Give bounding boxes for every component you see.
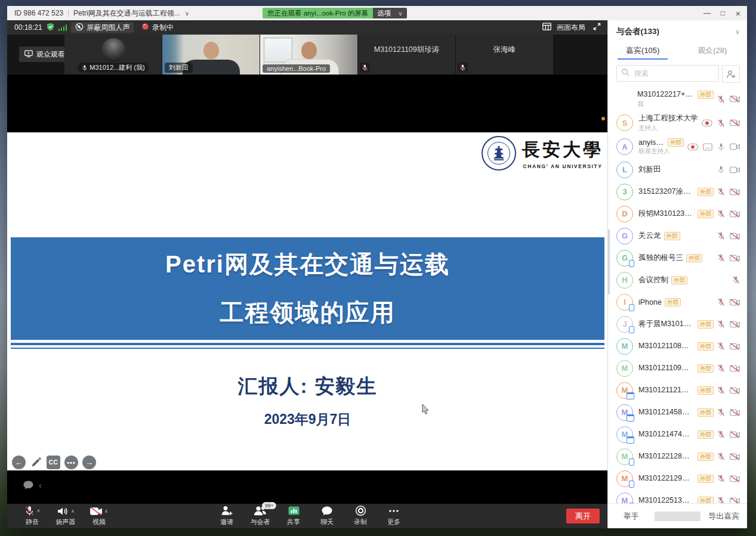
camera-muted-icon <box>730 475 740 482</box>
captions-button[interactable]: CC <box>47 456 60 469</box>
toolbar-item-label: 静音 <box>26 518 39 526</box>
slide-nav-controls: ← CC ••• → <box>12 456 96 469</box>
chevron-down-icon[interactable]: ∨ <box>185 10 189 17</box>
participant-row[interactable]: H会议控制外部 <box>608 269 747 291</box>
invite-toolbar-button[interactable]: 邀请 <box>210 504 243 528</box>
layout-grid-icon <box>542 23 551 32</box>
participant-list[interactable]: M310122217+陈建利外部我S上海工程技术大学主持人Aanyish...o… <box>608 87 747 503</box>
video-tile[interactable]: anyishen...Book-Pro <box>260 35 357 75</box>
participant-name: 孤独的根号三 <box>638 253 683 263</box>
participant-row[interactable]: Aanyish...ok-Pro外部联席主持人 <box>608 135 747 159</box>
participant-row[interactable]: G孤独的根号三外部 <box>608 247 747 269</box>
camera-muted-icon <box>730 365 740 372</box>
more-toolbar-button[interactable]: 更多 <box>377 504 411 528</box>
mic-muted-icon <box>717 253 725 262</box>
add-participant-button[interactable] <box>722 65 740 83</box>
participant-row[interactable]: MM310121121朱恒帆外部 <box>608 379 747 401</box>
external-badge: 外部 <box>671 276 687 284</box>
status-bar: 00:18:21 屏蔽周围人声 录制中 画面布局 <box>7 20 608 35</box>
participants-toolbar-button[interactable]: 99+与会者 <box>243 504 277 528</box>
record-toolbar-button[interactable]: 录制 <box>344 504 377 528</box>
mic-muted-icon <box>717 474 725 483</box>
toolbar-item-label: 共享 <box>287 518 300 526</box>
raise-hand-button[interactable]: 举手 <box>608 511 655 522</box>
avatar: M <box>616 492 633 504</box>
video-tile[interactable]: M310121109胡珍涛 <box>358 35 455 75</box>
phone-device-icon <box>629 481 634 488</box>
participant-row[interactable]: MM310122129方平坦外部 <box>608 467 747 489</box>
participant-row[interactable]: MM310122128高梦雪外部 <box>608 445 747 467</box>
speaker-toolbar-button[interactable]: ∧扬声器 <box>49 504 82 528</box>
avatar: M <box>616 448 633 465</box>
avatar <box>616 91 632 107</box>
chat-bubble-overlay[interactable]: ‹ <box>23 480 42 490</box>
participant-row[interactable]: MM310121474祝志远外部 <box>608 423 747 445</box>
meeting-id: ID 986 472 523 <box>14 9 63 17</box>
camera-muted-toolbar-button[interactable]: ∧视频 <box>82 504 116 528</box>
leave-meeting-button[interactable]: 离开 <box>566 509 600 523</box>
video-tile[interactable]: M31012...建利 (我) <box>64 35 162 75</box>
camera-muted-icon <box>730 233 740 240</box>
phone-device-icon <box>629 326 634 333</box>
search-input[interactable] <box>633 69 714 78</box>
chevron-down-icon[interactable]: ∨ <box>735 28 740 36</box>
more-icon <box>388 506 400 516</box>
screen-share-icon <box>703 143 712 151</box>
participant-row[interactable]: M310122217+陈建利外部我 <box>608 87 747 111</box>
mic-muted-icon <box>717 408 725 417</box>
scrollbar-thumb[interactable] <box>608 229 610 295</box>
mic-muted-toolbar-button[interactable]: ∧静音 <box>16 504 49 528</box>
tab-audience[interactable]: 观众(28) <box>678 42 748 60</box>
participant-row[interactable]: MM310122513杭恩外部 <box>608 489 747 503</box>
export-guests-button[interactable]: 导出嘉宾 <box>701 511 747 522</box>
fullscreen-expand-icon[interactable] <box>593 23 601 32</box>
recording-dot-icon <box>141 23 149 32</box>
participant-row[interactable]: S上海工程技术大学主持人 <box>608 111 747 135</box>
more-tools-button[interactable]: ••• <box>64 456 78 469</box>
chevron-up-icon[interactable]: ∧ <box>104 509 108 514</box>
search-box[interactable] <box>616 65 719 82</box>
camera-muted-icon <box>730 299 740 306</box>
slide-title-banner: Petri网及其在交通与运载 工程领域的应用 <box>11 237 604 340</box>
avatar: H <box>616 272 633 289</box>
mic-muted-icon <box>717 430 725 439</box>
participant-row[interactable]: MM310121458徐屹东外部 <box>608 401 747 423</box>
maximize-button[interactable]: □ <box>715 6 730 20</box>
title-bar: ID 986 472 523 Petri网及其在交通与运载工程领... ∨ 您正… <box>7 6 747 20</box>
close-button[interactable]: × <box>730 6 746 20</box>
chevron-up-icon[interactable]: ∧ <box>37 508 41 513</box>
chevron-up-icon[interactable]: ∧ <box>71 509 75 514</box>
participant-row[interactable]: 3315123207涂泽坤外部 <box>608 181 747 203</box>
participant-name: M310121109胡珍涛 <box>358 45 455 55</box>
participant-row[interactable]: D段韬M310123520外部 <box>608 203 747 225</box>
next-slide-button[interactable]: → <box>82 456 96 469</box>
share-toolbar-button[interactable]: 共享 <box>277 504 310 528</box>
layout-button[interactable]: 画面布局 <box>557 23 585 33</box>
video-tile[interactable]: 刘新田 <box>162 35 260 75</box>
options-button[interactable]: 选项∨ <box>373 8 406 18</box>
slide-title-line2: 工程领域的应用 <box>220 296 396 329</box>
mic-muted-icon <box>717 231 725 240</box>
chat-toolbar-button[interactable]: 聊天 <box>310 504 344 528</box>
participant-row[interactable]: J蒋于晨M310123515外部 <box>608 313 747 335</box>
participant-row[interactable]: IiPhone外部 <box>608 291 747 313</box>
minimize-button[interactable]: — <box>699 6 715 20</box>
desktop-device-icon <box>627 414 634 422</box>
desktop-device-icon <box>627 392 634 399</box>
noise-suppression-button[interactable]: 屏蔽周围人声 <box>71 22 134 33</box>
camera-muted-icon <box>730 210 740 218</box>
participant-name: 段韬M310123520 <box>638 209 695 219</box>
avatar: 3 <box>616 184 633 200</box>
annotate-pencil-button[interactable] <box>30 456 42 469</box>
video-tile[interactable]: 张海峰 <box>456 35 553 75</box>
mic-muted-icon <box>360 63 370 73</box>
tile-name-label: M31012...建利 (我) <box>77 63 149 73</box>
participant-row[interactable]: MM310121108夏韬成外部 <box>608 335 747 357</box>
avatar: G <box>616 250 633 267</box>
participant-row[interactable]: MM310121109胡珍涛外部 <box>608 357 747 379</box>
participant-row[interactable]: L刘新田 <box>608 159 747 181</box>
participant-row[interactable]: G关云龙外部 <box>608 225 747 247</box>
previous-slide-button[interactable]: ← <box>12 456 26 469</box>
collapse-icon[interactable]: ‹ <box>39 481 42 490</box>
tab-guests[interactable]: 嘉宾(105) <box>608 42 678 60</box>
